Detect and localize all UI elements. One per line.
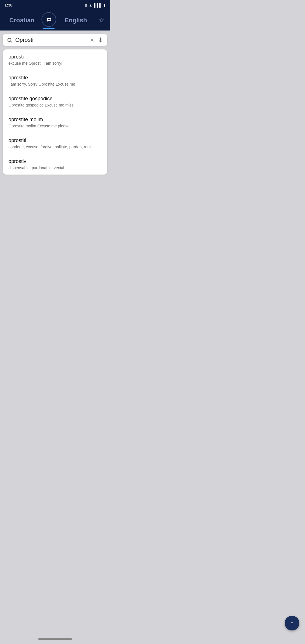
suggestions-list: oprostiexcuse me Oprosti! I am sorry!opr…	[3, 49, 107, 175]
swap-button-wrapper: ⇄	[42, 12, 56, 29]
list-item[interactable]: oprostivdispensable, pardonable, venial	[3, 154, 107, 175]
suggestion-word: oprostite gospođice	[8, 96, 102, 102]
suggestion-translation: excuse me Oprosti! I am sorry!	[8, 61, 102, 66]
status-bar: 1:36 ▯ ▲ ▌▌▌ ▮	[0, 0, 110, 10]
status-time: 1:36	[5, 3, 12, 7]
suggestion-word: oprosti	[8, 54, 102, 60]
suggestion-translation: condone, excuse, forgive, palliate, pard…	[8, 145, 102, 149]
suggestion-word: oprostiti	[8, 138, 102, 143]
croatian-tab-wrapper[interactable]: Croatian	[2, 12, 42, 29]
search-input[interactable]	[15, 37, 87, 43]
suggestion-translation: Oprostite gospođice Excuse me miss	[8, 103, 102, 107]
favorites-button[interactable]: ☆	[95, 14, 108, 27]
swap-icon: ⇄	[46, 16, 51, 23]
list-item[interactable]: oprostite molimOprostite molim Excuse me…	[3, 112, 107, 133]
list-item[interactable]: oprostiteI am sorry, Sorry Oprostite Exc…	[3, 70, 107, 91]
clear-button[interactable]	[90, 38, 95, 43]
signal-icon: ▌▌▌	[94, 3, 102, 7]
list-item[interactable]: oprostiexcuse me Oprosti! I am sorry!	[3, 49, 107, 70]
english-tab[interactable]: English	[62, 12, 89, 29]
swap-underline	[43, 28, 55, 29]
suggestion-word: oprostiv	[8, 158, 102, 164]
suggestion-word: oprostite molim	[8, 117, 102, 123]
wifi-icon: ▲	[89, 3, 92, 7]
english-tab-wrapper[interactable]: English	[56, 12, 95, 29]
croatian-tab[interactable]: Croatian	[7, 12, 37, 29]
header: Croatian ⇄ English ☆	[0, 10, 110, 31]
svg-line-1	[11, 41, 12, 42]
search-icon	[7, 37, 12, 43]
suggestion-translation: I am sorry, Sorry Oprostite Excuse me	[8, 82, 102, 86]
mic-button[interactable]	[97, 37, 104, 43]
list-item[interactable]: oprostite gospođiceOprostite gospođice E…	[3, 91, 107, 112]
swap-languages-button[interactable]: ⇄	[42, 12, 56, 27]
suggestion-translation: dispensable, pardonable, venial	[8, 166, 102, 170]
search-container	[3, 34, 107, 46]
star-icon: ☆	[99, 16, 105, 24]
status-icons: ▯ ▲ ▌▌▌ ▮	[85, 3, 106, 7]
battery-icon: ▮	[104, 3, 106, 7]
sim-icon: ▯	[85, 3, 87, 7]
list-item[interactable]: oprostiticondone, excuse, forgive, palli…	[3, 133, 107, 154]
suggestion-word: oprostite	[8, 75, 102, 81]
suggestion-translation: Oprostite molim Excuse me please	[8, 124, 102, 128]
